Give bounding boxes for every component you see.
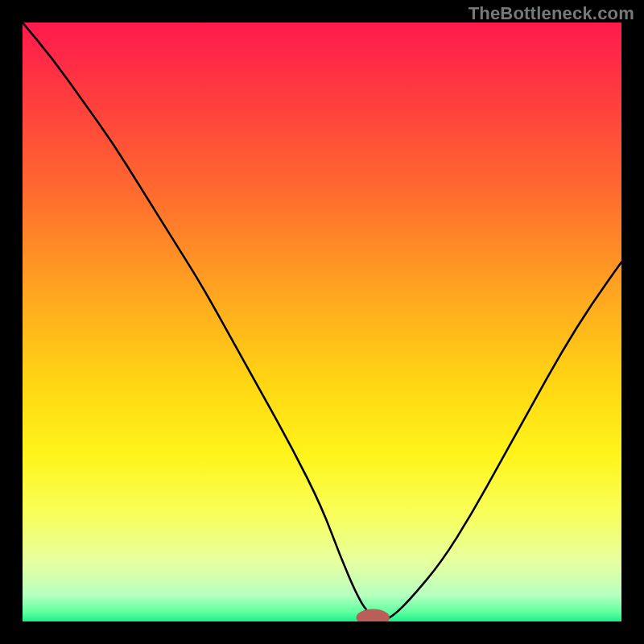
plot-area — [23, 23, 621, 621]
gradient-background — [23, 23, 621, 621]
chart-frame: TheBottleneck.com — [0, 0, 644, 644]
watermark-text: TheBottleneck.com — [469, 3, 634, 24]
plot-svg — [23, 23, 621, 621]
